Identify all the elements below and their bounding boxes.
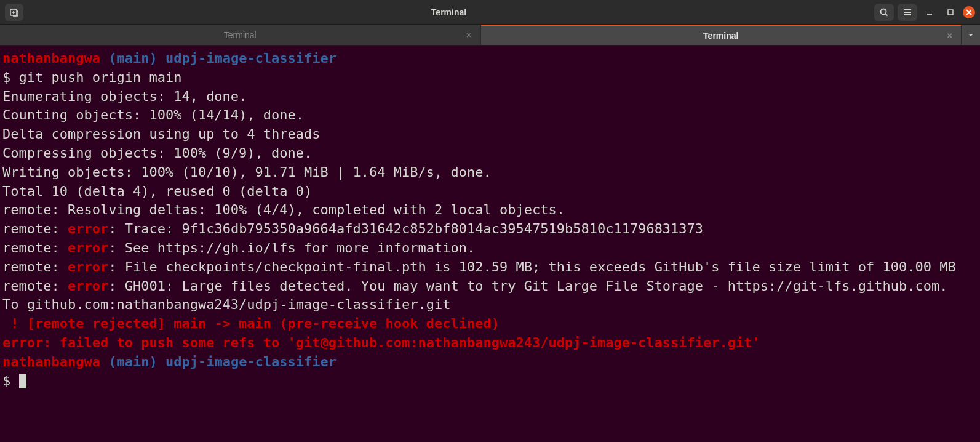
output-line: : File checkpoints/checkpoint-final.pth … [108,259,956,275]
output-line: : Trace: 9f1c36db795350a9664afd31642c852… [108,221,703,236]
error-label: error [68,240,108,255]
tab-label: Terminal [224,30,257,40]
menu-button[interactable] [898,4,917,21]
command-text: git push origin main [19,70,182,85]
output-line: remote: [2,221,68,236]
output-line: Total 10 (delta 4), reused 0 (delta 0) [2,183,312,199]
chevron-down-icon [967,31,974,39]
push-error-line: error: failed to push some refs to 'git@… [2,335,760,350]
output-line: Enumerating objects: 14, done. [2,89,247,104]
tab-terminal-1[interactable]: Terminal × [0,25,481,45]
prompt-path: udpj-image-classifier [165,50,337,66]
output-line: Writing objects: 100% (10/10), 91.71 MiB… [2,164,492,180]
prompt-dollar: $ [2,373,10,388]
output-line: Counting objects: 100% (14/14), done. [2,107,304,123]
prompt-user: nathanbangwa [2,354,100,369]
prompt-dollar: $ [2,70,10,85]
titlebar-right [874,4,975,21]
minimize-button[interactable] [921,4,938,21]
output-line: remote: Resolving deltas: 100% (4/4), co… [2,202,565,217]
error-label: error [68,221,108,236]
output-line: remote: [2,278,68,294]
svg-rect-2 [948,10,953,15]
close-icon [966,9,972,15]
search-button[interactable] [874,4,894,21]
titlebar: Terminal [0,0,980,25]
prompt-user: nathanbangwa [2,50,100,66]
svg-point-1 [881,9,886,14]
output-line: remote: [2,259,68,275]
maximize-icon [946,8,955,17]
tab-close-icon[interactable]: × [466,30,472,40]
new-tab-button[interactable] [5,4,23,21]
error-label: error [68,278,108,294]
prompt-branch: (main) [108,50,157,66]
cursor [19,374,26,388]
tab-dropdown-button[interactable] [962,25,980,45]
prompt-path: udpj-image-classifier [165,354,337,369]
search-icon [879,7,889,17]
tabbar: Terminal × Terminal × [0,25,980,46]
titlebar-left [5,4,23,21]
new-tab-icon [9,7,19,17]
maximize-button[interactable] [942,4,959,21]
minimize-icon [925,8,934,17]
hamburger-icon [902,7,912,17]
output-line: : See https://gh.io/lfs for more informa… [108,240,475,255]
output-line: To github.com:nathanbangwa243/udpj-image… [2,297,450,312]
output-line: Delta compression using up to 4 threads [2,126,321,142]
tab-close-icon[interactable]: × [947,30,952,41]
close-button[interactable] [963,6,975,18]
tab-label: Terminal [703,31,738,41]
error-label: error [68,259,108,275]
rejected-line: ! [remote rejected] main -> main (pre-re… [2,316,500,331]
output-line: : GH001: Large files detected. You may w… [108,278,947,294]
prompt-branch: (main) [108,354,157,369]
window-title: Terminal [23,7,874,17]
terminal-output[interactable]: nathanbangwa (main) udpj-image-classifie… [0,46,980,394]
output-line: remote: [2,240,68,255]
output-line: Compressing objects: 100% (9/9), done. [2,145,312,161]
tab-terminal-2-active[interactable]: Terminal × [481,25,962,45]
